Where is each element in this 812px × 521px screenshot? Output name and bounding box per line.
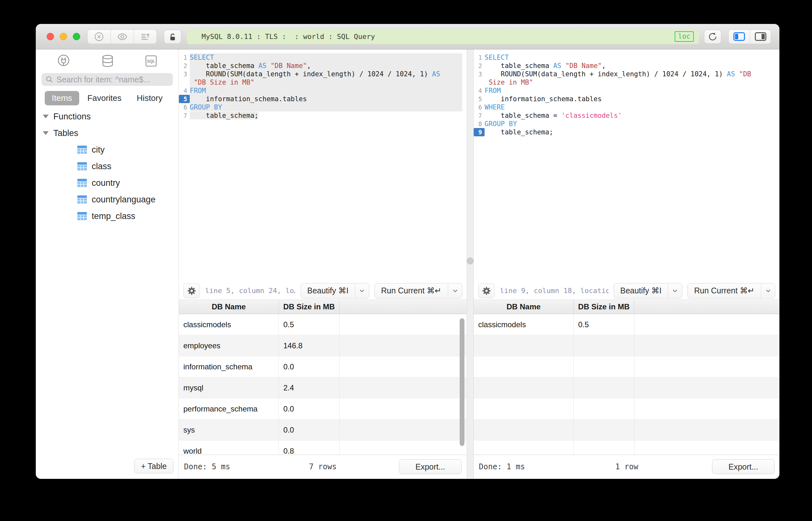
table-cell-filler [339,440,467,455]
table-row-empty[interactable] [474,335,780,356]
sidebar-item-temp_class[interactable]: temp_class [36,208,179,224]
lock-button[interactable] [164,30,181,44]
table-row[interactable]: employees146.8 [179,335,467,356]
code-line-row[interactable]: 2 table_schema AS "DB Name", [179,62,467,70]
table-name: countrylanguage [92,195,156,205]
editor-settings-button[interactable] [478,284,495,298]
table-row[interactable]: sys0.0 [179,420,467,440]
code-line-row[interactable]: 3 ROUND(SUM(data_length + index_length) … [474,70,780,78]
code-line-row[interactable]: 4FROM [474,87,780,95]
code-line-row[interactable]: 5 information_schema.tables [179,95,467,103]
titlebar: MySQL 8.0.11 : TLS : : world : SQL Query… [36,24,780,49]
code-line-row[interactable]: 6GROUP BY [179,103,467,111]
table-row-empty[interactable] [474,377,780,399]
disclosure-triangle-icon[interactable] [43,131,48,135]
column-header[interactable]: DB Name [474,300,574,314]
run-current-button[interactable]: Run Current ⌘↵ [375,284,448,298]
code-line-row[interactable]: 6WHERE [474,103,780,111]
table-row[interactable]: world0.8 [179,440,467,455]
code-line-row[interactable]: 4FROM [179,87,467,95]
table-row[interactable]: classicmodels0.5 [474,314,780,335]
results-header: DB NameDB Size in MB [179,300,467,314]
run-current-button[interactable]: Run Current ⌘↵ [688,284,761,298]
table-cell: 2.4 [279,377,339,398]
column-header[interactable]: DB Name [179,300,279,314]
beautify-options-button[interactable] [668,284,682,298]
plug-icon [56,54,71,68]
code-line-row[interactable]: "DB Size in MB" [179,78,467,87]
run-options-button[interactable] [448,284,462,298]
tab-history[interactable]: History [130,91,170,105]
gear-icon [481,286,491,296]
column-header[interactable]: DB Size in MB [574,300,634,314]
connection-button[interactable] [56,54,71,68]
code-line-row[interactable]: 8GROUP BY [474,120,780,128]
beautify-button[interactable]: Beautify ⌘I [614,284,668,298]
divider-handle-icon[interactable] [467,258,474,264]
refresh-button[interactable] [704,30,721,44]
code-line-row[interactable]: 1SELECT [179,53,467,62]
table-grid-icon [77,196,87,204]
code-line-row[interactable]: 9 table_schema; [474,128,780,136]
add-table-button[interactable]: + Table [134,459,173,473]
table-cell-filler [634,314,780,335]
table-row[interactable]: classicmodels0.5 [179,314,467,335]
export-button[interactable]: Export... [399,459,462,474]
code-text: ROUND(SUM(data_length + index_length) / … [190,70,462,78]
line-number: 4 [474,87,485,95]
pane-divider[interactable] [467,49,474,478]
sidebar-item-countrylanguage[interactable]: countrylanguage [36,191,179,208]
table-cell [574,377,634,398]
sql-query-button[interactable]: SQL [144,54,158,68]
line-number: 6 [179,103,190,111]
table-row-empty[interactable] [474,420,780,440]
close-connection-button[interactable] [88,30,111,44]
disclosure-triangle-icon[interactable] [43,115,48,118]
code-line-row[interactable]: 1SELECT [474,53,780,62]
beautify-button[interactable]: Beautify ⌘I [301,284,355,298]
sql-editor-right[interactable]: 1SELECT2 table_schema AS "DB Name",3 ROU… [474,49,780,282]
export-button[interactable]: Export... [712,459,775,474]
toggle-left-sidebar-button[interactable] [729,30,750,44]
tree-section-tables[interactable]: Tables [36,125,179,141]
tree-section-functions[interactable]: Functions [36,108,179,125]
code-line-row[interactable]: 2 table_schema AS "DB Name", [474,62,780,70]
sidebar-item-class[interactable]: class [36,158,179,175]
search-input[interactable]: Search for item: ^name$... [42,73,173,86]
preview-button[interactable] [111,30,133,44]
code-line-row[interactable]: 7 table_schema = 'classicmodels' [474,111,780,120]
table-row-empty[interactable] [474,399,780,420]
sql-editor-left[interactable]: 1SELECT2 table_schema AS "DB Name",3 ROU… [179,49,467,282]
table-cell: sys [179,420,279,440]
results-scrollbar[interactable] [460,318,464,446]
query-pane-right: 1SELECT2 table_schema AS "DB Name",3 ROU… [474,49,780,478]
query-status: Done: 5 ms [184,462,230,471]
titlebar-button-group [87,29,157,44]
tab-items[interactable]: Items [45,91,79,105]
editor-settings-button[interactable] [183,284,200,298]
close-window-button[interactable] [47,33,54,40]
table-row-empty[interactable] [474,440,780,455]
sidebar-item-country[interactable]: country [36,175,179,191]
table-row[interactable]: performance_schema0.0 [179,399,467,420]
minimize-window-button[interactable] [60,33,67,40]
beautify-options-button[interactable] [355,284,369,298]
database-button[interactable] [100,54,115,68]
table-cell-filler [634,440,780,455]
code-text: SELECT [190,53,462,62]
toggle-right-sidebar-button[interactable] [750,30,771,44]
code-line-row[interactable]: Size in MB" [474,78,780,87]
tab-favorites[interactable]: Favorites [80,91,128,105]
column-header[interactable]: DB Size in MB [279,300,339,314]
log-export-button[interactable] [133,30,156,44]
table-row[interactable]: information_schema0.0 [179,356,467,377]
sidebar-item-city[interactable]: city [36,141,179,158]
code-line-row[interactable]: 3 ROUND(SUM(data_length + index_length) … [179,70,467,78]
code-line-row[interactable]: 7 table_schema; [179,111,467,120]
table-row[interactable]: mysql2.4 [179,377,467,399]
sidebar-tree: FunctionsTablescityclasscountrycountryla… [36,108,179,224]
zoom-window-button[interactable] [73,33,80,40]
run-options-button[interactable] [761,284,775,298]
code-line-row[interactable]: 5 information_schema.tables [474,95,780,103]
table-row-empty[interactable] [474,356,780,377]
